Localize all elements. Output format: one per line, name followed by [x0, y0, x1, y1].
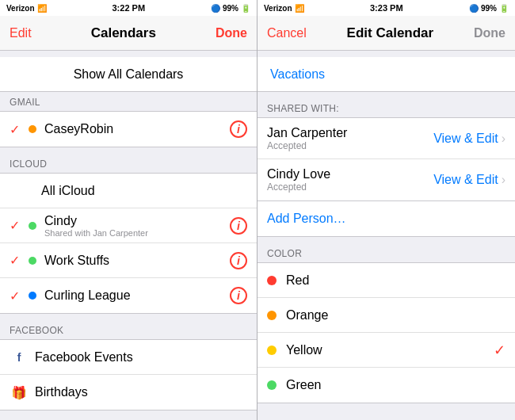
green-dot: [267, 380, 277, 390]
color-group: Red Orange Yellow ✓ Green: [258, 262, 515, 403]
dot-curlingleague: [29, 292, 36, 300]
right-status-bar: Verizon 📶 3:23 PM 🔵 99% 🔋: [258, 0, 515, 16]
right-nav-bar: Cancel Edit Calendar Done: [258, 16, 515, 51]
left-status-right: 🔵 99% 🔋: [211, 4, 250, 13]
left-carrier: Verizon: [6, 4, 35, 13]
bluetooth-icon: 🔵: [211, 4, 220, 13]
checkmark-icon: ✓: [10, 122, 24, 137]
dot-workstuffs: [29, 257, 36, 265]
facebook-events-label: Facebook Events: [35, 350, 133, 365]
right-wifi-icon: 📶: [295, 4, 304, 13]
orange-label: Orange: [286, 308, 505, 323]
info-icon-caseyrobin[interactable]: i: [230, 120, 247, 138]
color-row-green[interactable]: Green: [258, 368, 515, 403]
info-icon-cindy[interactable]: i: [230, 217, 247, 235]
facebook-group: f Facebook Events 🎁 Birthdays: [0, 339, 257, 410]
dot-cindy: [29, 222, 36, 230]
green-label: Green: [286, 378, 505, 392]
cindy-title: Cindy: [44, 214, 230, 228]
right-battery-icon: 🔋: [499, 4, 509, 13]
show-all-label: Show All Calendars: [74, 67, 184, 82]
right-done-button: Done: [474, 26, 505, 40]
cindy-love-status: Accepted: [267, 181, 433, 193]
left-status-bar: Verizon 📶 3:22 PM 🔵 99% 🔋: [0, 0, 257, 16]
wifi-icon: 📶: [37, 4, 47, 13]
battery-icon: 🔋: [241, 4, 250, 13]
left-nav-title: Calendars: [91, 25, 156, 41]
caseyrobin-title: CaseyRobin: [44, 122, 230, 136]
orange-dot: [267, 311, 277, 320]
right-bluetooth-icon: 🔵: [469, 4, 479, 13]
jan-action: View & Edit: [433, 132, 498, 146]
calendar-row-facebook-events[interactable]: f Facebook Events: [0, 340, 257, 375]
color-row-orange[interactable]: Orange: [258, 298, 515, 333]
color-row-red[interactable]: Red: [258, 263, 515, 298]
calendar-row-curlingleague[interactable]: ✓ Curling League i: [0, 278, 257, 313]
jan-chevron-icon: ›: [502, 132, 505, 146]
facebook-section-header: FACEBOOK: [0, 320, 257, 339]
birthdays-label: Birthdays: [35, 385, 88, 399]
calendar-row-caseyrobin[interactable]: ✓ CaseyRobin i: [0, 112, 257, 147]
right-status-right: 🔵 99% 🔋: [469, 4, 509, 13]
yellow-selected-checkmark: ✓: [494, 342, 505, 359]
show-all-calendars-row[interactable]: Show All Calendars: [0, 57, 257, 92]
shared-person-jan[interactable]: Jan Carpenter Accepted View & Edit ›: [258, 118, 515, 159]
calendar-row-workstuffs[interactable]: ✓ Work Stuffs i: [0, 243, 257, 278]
calendar-name-field[interactable]: [258, 57, 515, 92]
add-person-label: Add Person…: [267, 212, 346, 226]
add-person-group: Add Person…: [258, 201, 515, 237]
dot-caseyrobin: [29, 125, 36, 133]
gmail-section-header: GMAIL: [0, 92, 257, 111]
right-time: 3:23 PM: [370, 3, 403, 13]
red-dot: [267, 276, 277, 285]
left-status-left: Verizon 📶: [6, 4, 47, 13]
jan-status: Accepted: [267, 140, 433, 151]
checkmark-curlingleague: ✓: [10, 288, 24, 304]
right-carrier: Verizon: [264, 4, 292, 13]
yellow-label: Yellow: [286, 343, 494, 357]
cindy-love-action: View & Edit: [433, 173, 498, 187]
left-content: Show All Calendars GMAIL ✓ CaseyRobin i …: [0, 51, 257, 420]
checkmark-workstuffs: ✓: [10, 253, 24, 268]
right-phone-panel: Verizon 📶 3:23 PM 🔵 99% 🔋 Cancel Edit Ca…: [258, 0, 515, 420]
left-battery: 99%: [223, 4, 238, 13]
yellow-dot: [267, 346, 277, 355]
left-phone-panel: Verizon 📶 3:22 PM 🔵 99% 🔋 Edit Calendars…: [0, 0, 258, 420]
cindy-love-name: Cindy Love: [267, 167, 433, 181]
info-icon-workstuffs[interactable]: i: [230, 252, 247, 269]
right-nav-title: Edit Calendar: [347, 25, 434, 41]
red-label: Red: [286, 273, 505, 288]
cindy-subtitle: Shared with Jan Carpenter: [44, 228, 230, 238]
calendar-row-allicloud[interactable]: ✓ All iCloud: [0, 174, 257, 208]
shared-people-group: Jan Carpenter Accepted View & Edit › Cin…: [258, 117, 515, 201]
checkmark-cindy: ✓: [10, 218, 24, 233]
gmail-group: ✓ CaseyRobin i: [0, 111, 257, 147]
right-status-left: Verizon 📶: [264, 4, 304, 13]
left-time: 3:22 PM: [112, 3, 145, 13]
jan-name: Jan Carpenter: [267, 126, 433, 140]
calendar-row-cindy[interactable]: ✓ Cindy Shared with Jan Carpenter i: [0, 208, 257, 243]
allicloud-title: All iCloud: [41, 184, 247, 198]
shared-person-cindy-love[interactable]: Cindy Love Accepted View & Edit ›: [258, 159, 515, 200]
info-icon-curlingleague[interactable]: i: [230, 287, 247, 304]
facebook-icon: f: [10, 351, 29, 364]
vacations-input[interactable]: [270, 67, 502, 82]
color-row-yellow[interactable]: Yellow ✓: [258, 333, 515, 368]
left-nav-bar: Edit Calendars Done: [0, 16, 257, 51]
icloud-section-header: ICLOUD: [0, 154, 257, 173]
add-person-row[interactable]: Add Person…: [258, 201, 515, 236]
curlingleague-title: Curling League: [44, 288, 230, 303]
birthday-icon: 🎁: [10, 385, 29, 400]
right-content: SHARED WITH: Jan Carpenter Accepted View…: [258, 51, 515, 420]
color-header: COLOR: [258, 243, 515, 262]
cindy-love-chevron-icon: ›: [502, 173, 505, 187]
shared-with-header: SHARED WITH:: [258, 98, 515, 117]
right-battery: 99%: [481, 4, 497, 13]
workstuffs-title: Work Stuffs: [44, 254, 230, 268]
right-cancel-button[interactable]: Cancel: [267, 26, 307, 40]
left-edit-button[interactable]: Edit: [10, 26, 32, 40]
calendar-row-birthdays[interactable]: 🎁 Birthdays: [0, 375, 257, 410]
left-done-button[interactable]: Done: [216, 26, 247, 40]
icloud-group: ✓ All iCloud ✓ Cindy Shared with Jan Car…: [0, 173, 257, 314]
